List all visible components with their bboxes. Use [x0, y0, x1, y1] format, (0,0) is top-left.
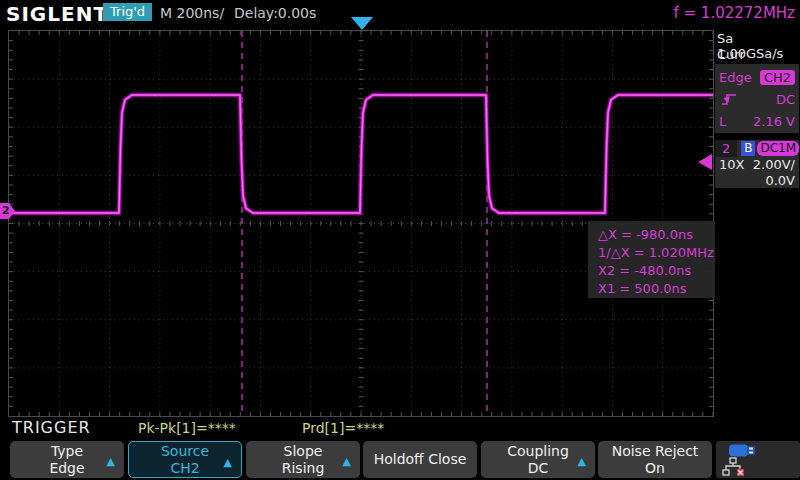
- softkey-noise-reject-value: On: [645, 460, 665, 477]
- up-arrow-icon: ▲: [578, 453, 586, 470]
- trigger-coupling-label: DC: [776, 92, 795, 107]
- cursor-x2: X2 = -480.0ns: [598, 262, 715, 280]
- delay-readout[interactable]: Delay:0.00s: [234, 5, 316, 21]
- softkey-type-value: Edge: [49, 460, 84, 477]
- lan-disconnected-icon: [722, 457, 748, 477]
- cursor-delta-x: △X = -980.0ns: [598, 226, 715, 244]
- timebase-readout[interactable]: M 200ns/: [160, 5, 224, 21]
- trigger-info-panel[interactable]: Edge CH2 DC L 2.16 V: [715, 64, 799, 133]
- rising-edge-icon: [719, 92, 739, 107]
- measurement-pkpk: Pk-Pk[1]=****: [138, 420, 236, 436]
- trigger-level-value: 2.16 V: [753, 114, 795, 129]
- usb-icon: [728, 443, 758, 458]
- trigger-source-badge: CH2: [760, 70, 795, 85]
- channel2-offset-value: 0.0V: [715, 173, 799, 188]
- trigger-type-label: Edge: [719, 70, 752, 85]
- softkey-coupling-label: Coupling: [507, 443, 569, 460]
- softkey-noise-reject[interactable]: Noise Reject On: [598, 441, 712, 478]
- channel2-volts-per-div: 2.00V/: [753, 157, 795, 173]
- softkey-noise-reject-label: Noise Reject: [612, 443, 699, 460]
- measurement-period: Prd[1]=****: [302, 420, 384, 436]
- softkey-source[interactable]: Source CH2 ▲: [128, 441, 242, 478]
- softkey-slope-value: Rising: [282, 460, 325, 477]
- softkey-coupling-value: DC: [528, 460, 549, 477]
- softkey-type-label: Type: [51, 443, 83, 460]
- menu-title: TRIGGER: [12, 418, 91, 437]
- softkey-coupling[interactable]: Coupling DC ▲: [481, 441, 595, 478]
- softkey-holdoff-label: Holdoff Close: [374, 451, 467, 468]
- up-arrow-icon: ▲: [224, 454, 232, 471]
- cursor-x1: X1 = 500.0ns: [598, 280, 715, 298]
- trigger-level-marker[interactable]: [698, 154, 712, 170]
- channel2-info-panel[interactable]: 2 B DC1M 10X 2.00V/ 0.0V: [715, 140, 799, 188]
- trigger-level-label: L: [719, 114, 726, 129]
- channel2-probe-ratio: 10X: [719, 157, 744, 173]
- softkey-slope[interactable]: Slope Rising ▲: [246, 441, 360, 478]
- channel2-number: 2: [715, 140, 737, 157]
- softkey-source-label: Source: [161, 443, 209, 460]
- cursor-measurement-box: △X = -980.0ns 1/△X = 1.020MHz X2 = -480.…: [588, 221, 715, 298]
- softkey-source-value: CH2: [170, 460, 199, 477]
- softkey-slope-label: Slope: [284, 443, 323, 460]
- cursor-inverse-delta-x: 1/△X = 1.020MHz: [598, 244, 715, 262]
- up-arrow-icon: ▲: [107, 453, 115, 470]
- bandwidth-limit-badge: B: [741, 141, 755, 156]
- up-arrow-icon: ▲: [343, 453, 351, 470]
- channel2-coupling-badge: DC1M: [757, 141, 799, 156]
- siglent-logo: SIGLENT: [6, 2, 108, 26]
- trigger-status-badge: Trig'd: [103, 3, 152, 21]
- frequency-counter: f = 1.02272MHz: [673, 4, 795, 22]
- oscilloscope-screen: SIGLENT Trig'd M 200ns/ Delay:0.00s f = …: [0, 0, 800, 480]
- trigger-position-marker[interactable]: [351, 17, 373, 30]
- softkey-type[interactable]: Type Edge ▲: [10, 441, 124, 478]
- io-status-area[interactable]: [716, 441, 800, 478]
- softkey-holdoff[interactable]: Holdoff Close: [363, 441, 477, 478]
